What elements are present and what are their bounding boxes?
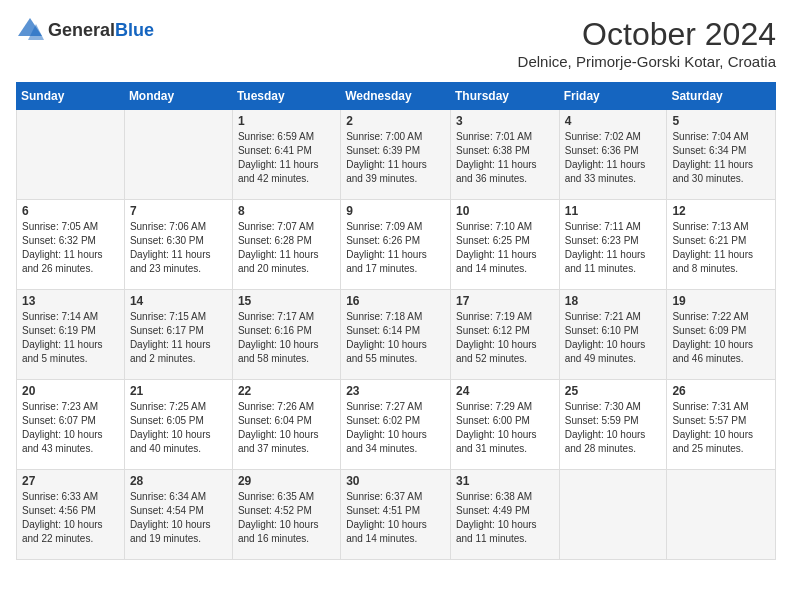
calendar-cell: 17Sunrise: 7:19 AM Sunset: 6:12 PM Dayli… xyxy=(450,290,559,380)
calendar-cell: 29Sunrise: 6:35 AM Sunset: 4:52 PM Dayli… xyxy=(232,470,340,560)
calendar-cell: 26Sunrise: 7:31 AM Sunset: 5:57 PM Dayli… xyxy=(667,380,776,470)
calendar-cell: 20Sunrise: 7:23 AM Sunset: 6:07 PM Dayli… xyxy=(17,380,125,470)
calendar-cell: 18Sunrise: 7:21 AM Sunset: 6:10 PM Dayli… xyxy=(559,290,667,380)
day-header-sunday: Sunday xyxy=(17,83,125,110)
day-number: 30 xyxy=(346,474,445,488)
day-number: 29 xyxy=(238,474,335,488)
calendar-cell: 10Sunrise: 7:10 AM Sunset: 6:25 PM Dayli… xyxy=(450,200,559,290)
calendar-cell: 8Sunrise: 7:07 AM Sunset: 6:28 PM Daylig… xyxy=(232,200,340,290)
calendar-cell: 12Sunrise: 7:13 AM Sunset: 6:21 PM Dayli… xyxy=(667,200,776,290)
calendar-cell: 13Sunrise: 7:14 AM Sunset: 6:19 PM Dayli… xyxy=(17,290,125,380)
calendar-cell: 7Sunrise: 7:06 AM Sunset: 6:30 PM Daylig… xyxy=(124,200,232,290)
logo-text-general: General xyxy=(48,20,115,40)
day-header-thursday: Thursday xyxy=(450,83,559,110)
calendar-cell: 9Sunrise: 7:09 AM Sunset: 6:26 PM Daylig… xyxy=(341,200,451,290)
day-info: Sunrise: 7:00 AM Sunset: 6:39 PM Dayligh… xyxy=(346,130,445,186)
calendar-week-1: 1Sunrise: 6:59 AM Sunset: 6:41 PM Daylig… xyxy=(17,110,776,200)
day-number: 25 xyxy=(565,384,662,398)
calendar-cell xyxy=(667,470,776,560)
day-info: Sunrise: 7:17 AM Sunset: 6:16 PM Dayligh… xyxy=(238,310,335,366)
day-info: Sunrise: 7:21 AM Sunset: 6:10 PM Dayligh… xyxy=(565,310,662,366)
calendar-header-row: SundayMondayTuesdayWednesdayThursdayFrid… xyxy=(17,83,776,110)
day-number: 17 xyxy=(456,294,554,308)
day-number: 23 xyxy=(346,384,445,398)
day-info: Sunrise: 7:05 AM Sunset: 6:32 PM Dayligh… xyxy=(22,220,119,276)
location-title: Delnice, Primorje-Gorski Kotar, Croatia xyxy=(518,53,776,70)
day-info: Sunrise: 7:22 AM Sunset: 6:09 PM Dayligh… xyxy=(672,310,770,366)
day-info: Sunrise: 7:19 AM Sunset: 6:12 PM Dayligh… xyxy=(456,310,554,366)
day-info: Sunrise: 7:14 AM Sunset: 6:19 PM Dayligh… xyxy=(22,310,119,366)
day-info: Sunrise: 6:34 AM Sunset: 4:54 PM Dayligh… xyxy=(130,490,227,546)
calendar-cell: 6Sunrise: 7:05 AM Sunset: 6:32 PM Daylig… xyxy=(17,200,125,290)
calendar-cell: 16Sunrise: 7:18 AM Sunset: 6:14 PM Dayli… xyxy=(341,290,451,380)
day-info: Sunrise: 7:30 AM Sunset: 5:59 PM Dayligh… xyxy=(565,400,662,456)
day-info: Sunrise: 7:25 AM Sunset: 6:05 PM Dayligh… xyxy=(130,400,227,456)
calendar-cell xyxy=(17,110,125,200)
day-info: Sunrise: 6:38 AM Sunset: 4:49 PM Dayligh… xyxy=(456,490,554,546)
day-number: 7 xyxy=(130,204,227,218)
day-info: Sunrise: 7:01 AM Sunset: 6:38 PM Dayligh… xyxy=(456,130,554,186)
day-info: Sunrise: 7:10 AM Sunset: 6:25 PM Dayligh… xyxy=(456,220,554,276)
month-title: October 2024 xyxy=(518,16,776,53)
calendar-cell: 5Sunrise: 7:04 AM Sunset: 6:34 PM Daylig… xyxy=(667,110,776,200)
day-number: 14 xyxy=(130,294,227,308)
day-number: 16 xyxy=(346,294,445,308)
calendar-cell: 31Sunrise: 6:38 AM Sunset: 4:49 PM Dayli… xyxy=(450,470,559,560)
calendar-table: SundayMondayTuesdayWednesdayThursdayFrid… xyxy=(16,82,776,560)
calendar-cell: 15Sunrise: 7:17 AM Sunset: 6:16 PM Dayli… xyxy=(232,290,340,380)
calendar-cell xyxy=(124,110,232,200)
calendar-cell: 11Sunrise: 7:11 AM Sunset: 6:23 PM Dayli… xyxy=(559,200,667,290)
day-info: Sunrise: 6:59 AM Sunset: 6:41 PM Dayligh… xyxy=(238,130,335,186)
calendar-cell: 30Sunrise: 6:37 AM Sunset: 4:51 PM Dayli… xyxy=(341,470,451,560)
day-info: Sunrise: 7:09 AM Sunset: 6:26 PM Dayligh… xyxy=(346,220,445,276)
day-number: 13 xyxy=(22,294,119,308)
day-number: 24 xyxy=(456,384,554,398)
day-info: Sunrise: 6:33 AM Sunset: 4:56 PM Dayligh… xyxy=(22,490,119,546)
day-number: 28 xyxy=(130,474,227,488)
calendar-cell: 3Sunrise: 7:01 AM Sunset: 6:38 PM Daylig… xyxy=(450,110,559,200)
calendar-cell: 19Sunrise: 7:22 AM Sunset: 6:09 PM Dayli… xyxy=(667,290,776,380)
day-number: 19 xyxy=(672,294,770,308)
day-info: Sunrise: 7:23 AM Sunset: 6:07 PM Dayligh… xyxy=(22,400,119,456)
day-info: Sunrise: 7:18 AM Sunset: 6:14 PM Dayligh… xyxy=(346,310,445,366)
day-info: Sunrise: 7:07 AM Sunset: 6:28 PM Dayligh… xyxy=(238,220,335,276)
day-info: Sunrise: 7:26 AM Sunset: 6:04 PM Dayligh… xyxy=(238,400,335,456)
day-info: Sunrise: 7:11 AM Sunset: 6:23 PM Dayligh… xyxy=(565,220,662,276)
day-header-monday: Monday xyxy=(124,83,232,110)
day-number: 27 xyxy=(22,474,119,488)
day-header-tuesday: Tuesday xyxy=(232,83,340,110)
title-block: October 2024 Delnice, Primorje-Gorski Ko… xyxy=(518,16,776,70)
day-number: 9 xyxy=(346,204,445,218)
calendar-cell: 4Sunrise: 7:02 AM Sunset: 6:36 PM Daylig… xyxy=(559,110,667,200)
calendar-cell: 1Sunrise: 6:59 AM Sunset: 6:41 PM Daylig… xyxy=(232,110,340,200)
calendar-week-5: 27Sunrise: 6:33 AM Sunset: 4:56 PM Dayli… xyxy=(17,470,776,560)
calendar-cell: 23Sunrise: 7:27 AM Sunset: 6:02 PM Dayli… xyxy=(341,380,451,470)
day-number: 21 xyxy=(130,384,227,398)
day-info: Sunrise: 7:02 AM Sunset: 6:36 PM Dayligh… xyxy=(565,130,662,186)
day-number: 6 xyxy=(22,204,119,218)
day-number: 12 xyxy=(672,204,770,218)
page-header: GeneralBlue October 2024 Delnice, Primor… xyxy=(16,16,776,70)
day-number: 26 xyxy=(672,384,770,398)
calendar-cell: 24Sunrise: 7:29 AM Sunset: 6:00 PM Dayli… xyxy=(450,380,559,470)
calendar-week-4: 20Sunrise: 7:23 AM Sunset: 6:07 PM Dayli… xyxy=(17,380,776,470)
day-number: 22 xyxy=(238,384,335,398)
day-number: 10 xyxy=(456,204,554,218)
day-info: Sunrise: 7:27 AM Sunset: 6:02 PM Dayligh… xyxy=(346,400,445,456)
day-number: 4 xyxy=(565,114,662,128)
day-header-friday: Friday xyxy=(559,83,667,110)
calendar-cell: 28Sunrise: 6:34 AM Sunset: 4:54 PM Dayli… xyxy=(124,470,232,560)
day-number: 31 xyxy=(456,474,554,488)
day-info: Sunrise: 7:04 AM Sunset: 6:34 PM Dayligh… xyxy=(672,130,770,186)
day-info: Sunrise: 6:37 AM Sunset: 4:51 PM Dayligh… xyxy=(346,490,445,546)
calendar-week-3: 13Sunrise: 7:14 AM Sunset: 6:19 PM Dayli… xyxy=(17,290,776,380)
day-header-saturday: Saturday xyxy=(667,83,776,110)
calendar-cell: 21Sunrise: 7:25 AM Sunset: 6:05 PM Dayli… xyxy=(124,380,232,470)
calendar-week-2: 6Sunrise: 7:05 AM Sunset: 6:32 PM Daylig… xyxy=(17,200,776,290)
calendar-cell: 25Sunrise: 7:30 AM Sunset: 5:59 PM Dayli… xyxy=(559,380,667,470)
calendar-cell: 14Sunrise: 7:15 AM Sunset: 6:17 PM Dayli… xyxy=(124,290,232,380)
day-info: Sunrise: 6:35 AM Sunset: 4:52 PM Dayligh… xyxy=(238,490,335,546)
logo: GeneralBlue xyxy=(16,16,154,44)
calendar-cell: 2Sunrise: 7:00 AM Sunset: 6:39 PM Daylig… xyxy=(341,110,451,200)
day-info: Sunrise: 7:15 AM Sunset: 6:17 PM Dayligh… xyxy=(130,310,227,366)
